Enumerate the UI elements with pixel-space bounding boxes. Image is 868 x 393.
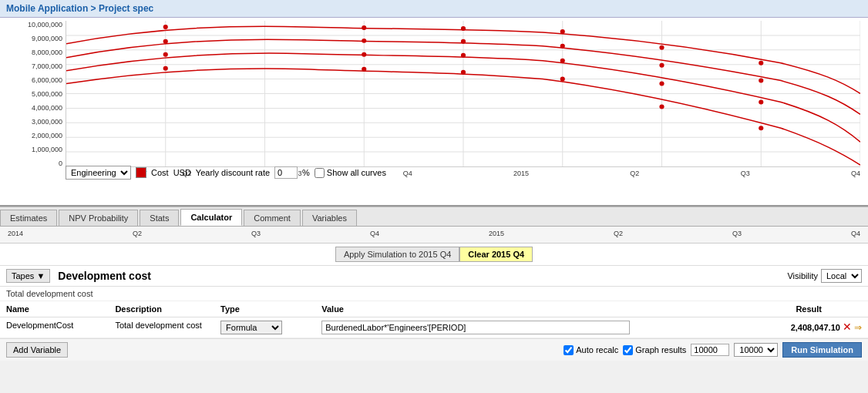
svg-point-30 <box>362 52 366 57</box>
svg-point-27 <box>659 63 664 68</box>
svg-point-35 <box>163 66 168 71</box>
col-result: Result <box>754 301 868 317</box>
svg-point-29 <box>163 52 168 57</box>
cost-label: Cost <box>151 168 169 177</box>
navigate-icon[interactable]: ⇒ <box>854 322 862 333</box>
svg-point-24 <box>362 39 366 43</box>
graph-results-checkbox[interactable] <box>623 345 633 355</box>
var-value <box>315 317 754 338</box>
col-description: Description <box>109 301 214 317</box>
svg-point-32 <box>560 59 565 63</box>
variable-table: Name Description Type Value Result Devel… <box>0 301 868 338</box>
visibility-section: Visibility Local <box>787 269 862 283</box>
result-value: 2,408,047.10 <box>791 323 840 332</box>
svg-point-19 <box>461 26 466 31</box>
graph-value-select[interactable]: 10000 <box>734 343 778 357</box>
svg-point-20 <box>560 29 565 34</box>
svg-point-21 <box>659 45 664 50</box>
visibility-select[interactable]: Local <box>821 269 862 283</box>
var-result: 2,408,047.10 ✕ ⇒ <box>754 317 868 338</box>
svg-point-33 <box>659 82 664 86</box>
svg-point-34 <box>759 99 763 104</box>
run-simulation-button[interactable]: Run Simulation <box>782 342 862 358</box>
svg-point-40 <box>759 126 763 130</box>
formula-input[interactable] <box>321 321 630 334</box>
svg-point-31 <box>461 53 466 58</box>
apply-simulation-button[interactable]: Apply Simulation to 2015 Q4 <box>335 247 459 262</box>
breadcrumb: Mobile Application > Project spec <box>0 0 868 18</box>
tapes-button[interactable]: Tapes ▼ <box>6 269 50 283</box>
svg-point-22 <box>759 61 763 66</box>
var-type: Formula <box>214 317 315 338</box>
chart-plot <box>66 21 860 167</box>
section-title: Development cost <box>58 270 151 282</box>
action-bar: Apply Simulation to 2015 Q4 Clear 2015 Q… <box>0 244 868 266</box>
cost-color-box <box>136 167 146 178</box>
tab-estimates[interactable]: Estimates <box>0 210 57 226</box>
discount-label: Yearly discount rate <box>196 168 270 177</box>
tab-stats[interactable]: Stats <box>140 210 179 226</box>
svg-point-36 <box>362 67 366 72</box>
bottom-toolbar-right: Auto recalc Graph results 10000 Run Simu… <box>564 342 862 358</box>
var-description: Total development cost <box>109 317 214 338</box>
col-type: Type <box>214 301 315 317</box>
show-curves-label[interactable]: Show all curves <box>315 168 386 178</box>
chart-area: 10,000,000 9,000,000 8,000,000 7,000,000… <box>0 18 868 207</box>
discount-input[interactable] <box>274 166 298 179</box>
auto-recalc-checkbox[interactable] <box>564 345 574 355</box>
graph-value-input[interactable] <box>691 344 729 356</box>
section-header: Tapes ▼ Development cost Visibility Loca… <box>0 266 868 287</box>
col-value: Value <box>315 301 754 317</box>
table-row: DevelopmentCost Total development cost F… <box>0 317 868 338</box>
sub-description: Total development cost <box>0 287 868 301</box>
svg-point-37 <box>461 70 466 75</box>
y-axis: 10,000,000 9,000,000 8,000,000 7,000,000… <box>8 21 66 167</box>
tab-npv-probability[interactable]: NPV Probability <box>59 210 138 226</box>
show-curves-checkbox[interactable] <box>315 168 325 178</box>
svg-point-28 <box>759 79 763 83</box>
svg-point-38 <box>560 77 565 82</box>
add-variable-button[interactable]: Add Variable <box>6 342 68 358</box>
timeline-labels: 2014 Q2 Q3 Q4 2015 Q2 Q3 Q4 <box>0 228 868 239</box>
chart-inner: 10,000,000 9,000,000 8,000,000 7,000,000… <box>8 21 860 183</box>
percent-label: % <box>302 168 310 177</box>
svg-point-26 <box>560 44 565 49</box>
graph-results-label[interactable]: Graph results <box>623 345 686 355</box>
tab-calculator[interactable]: Calculator <box>180 209 242 226</box>
category-select[interactable]: Engineering <box>66 166 131 180</box>
svg-point-17 <box>163 25 168 29</box>
svg-point-39 <box>659 104 664 109</box>
auto-recalc-label[interactable]: Auto recalc <box>564 345 618 355</box>
type-select[interactable]: Formula <box>220 321 282 334</box>
var-name: DevelopmentCost <box>0 317 109 338</box>
svg-point-25 <box>461 39 466 44</box>
timeline-bar: 2014 Q2 Q3 Q4 2015 Q2 Q3 Q4 <box>0 227 868 244</box>
currency-label: USD <box>173 168 191 177</box>
bottom-panel: Estimates NPV Probability Stats Calculat… <box>0 207 868 361</box>
breadcrumb-text: Mobile Application > Project spec <box>6 3 153 14</box>
col-name: Name <box>0 301 109 317</box>
bottom-toolbar: Add Variable Auto recalc Graph results 1… <box>0 338 868 361</box>
chart-controls: Engineering Cost USD Yearly discount rat… <box>66 166 386 180</box>
delete-icon[interactable]: ✕ <box>843 321 852 333</box>
svg-point-18 <box>362 25 366 30</box>
visibility-label: Visibility <box>787 271 818 280</box>
tab-comment[interactable]: Comment <box>244 210 301 226</box>
tab-variables[interactable]: Variables <box>302 210 357 226</box>
tabs-bar: Estimates NPV Probability Stats Calculat… <box>0 207 868 227</box>
clear-button[interactable]: Clear 2015 Q4 <box>459 247 533 262</box>
section-header-left: Tapes ▼ Development cost <box>6 269 151 283</box>
svg-point-23 <box>163 39 168 44</box>
